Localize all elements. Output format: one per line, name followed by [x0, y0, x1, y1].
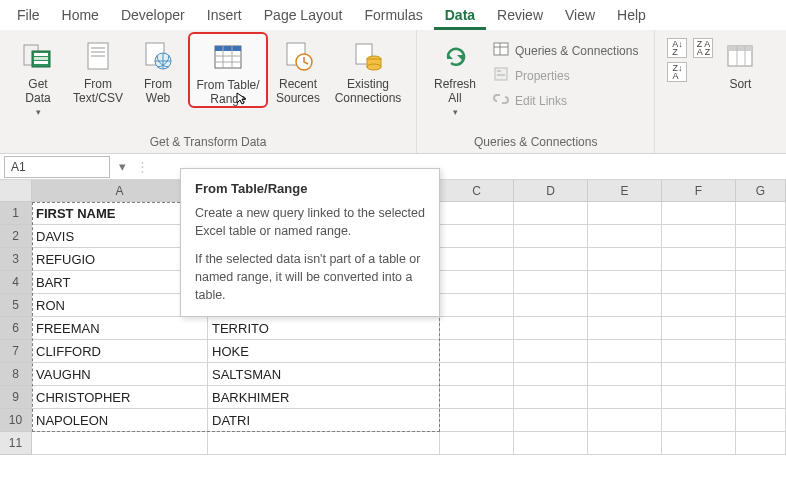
cell[interactable]: TERRITO	[208, 317, 440, 340]
cell[interactable]	[662, 432, 736, 455]
cell[interactable]	[514, 317, 588, 340]
cell[interactable]: FREEMAN	[32, 317, 208, 340]
row-header[interactable]: 11	[0, 432, 32, 455]
cell[interactable]	[662, 225, 736, 248]
cell[interactable]	[514, 294, 588, 317]
cell[interactable]	[662, 363, 736, 386]
cell[interactable]	[440, 363, 514, 386]
tab-page-layout[interactable]: Page Layout	[253, 1, 354, 30]
row-header[interactable]: 6	[0, 317, 32, 340]
cell[interactable]	[736, 248, 786, 271]
col-header-f[interactable]: F	[662, 180, 736, 202]
cell[interactable]	[440, 202, 514, 225]
cell[interactable]	[514, 202, 588, 225]
cell[interactable]	[514, 363, 588, 386]
tab-file[interactable]: File	[6, 1, 51, 30]
cell[interactable]	[588, 202, 662, 225]
queries-connections-button[interactable]: Queries & Connections	[489, 38, 642, 63]
cell[interactable]	[736, 271, 786, 294]
from-text-csv-button[interactable]: From Text/CSV	[68, 32, 128, 106]
cell[interactable]: DATRI	[208, 409, 440, 432]
row-header[interactable]: 4	[0, 271, 32, 294]
row-header[interactable]: 3	[0, 248, 32, 271]
cell[interactable]	[440, 317, 514, 340]
tab-review[interactable]: Review	[486, 1, 554, 30]
cell[interactable]: NAPOLEON	[32, 409, 208, 432]
refresh-all-button[interactable]: Refresh All ▾	[425, 32, 485, 120]
cell[interactable]: CLIFFORD	[32, 340, 208, 363]
sort-desc-button[interactable]: Z↓A	[667, 62, 687, 82]
row-header[interactable]: 8	[0, 363, 32, 386]
cell[interactable]	[440, 432, 514, 455]
cell[interactable]	[440, 340, 514, 363]
cell[interactable]	[588, 225, 662, 248]
cell[interactable]	[736, 340, 786, 363]
cell[interactable]	[588, 340, 662, 363]
row-header[interactable]: 2	[0, 225, 32, 248]
tab-view[interactable]: View	[554, 1, 606, 30]
sort-za-button[interactable]: Z AA Z	[693, 38, 713, 58]
cell[interactable]	[736, 386, 786, 409]
cell[interactable]: CHRISTOPHER	[32, 386, 208, 409]
row-header[interactable]: 9	[0, 386, 32, 409]
cell[interactable]	[514, 386, 588, 409]
cell[interactable]	[208, 432, 440, 455]
name-box[interactable]: A1	[4, 156, 110, 178]
name-box-dropdown[interactable]: ▾	[114, 159, 130, 174]
cell[interactable]	[32, 432, 208, 455]
cell[interactable]	[514, 248, 588, 271]
sort-button[interactable]: Sort	[717, 32, 763, 92]
cell[interactable]	[514, 271, 588, 294]
cell[interactable]	[440, 271, 514, 294]
cell[interactable]	[662, 271, 736, 294]
cell[interactable]	[588, 271, 662, 294]
cell[interactable]	[588, 409, 662, 432]
cell[interactable]	[514, 409, 588, 432]
tab-developer[interactable]: Developer	[110, 1, 196, 30]
col-header-d[interactable]: D	[514, 180, 588, 202]
cell[interactable]	[440, 248, 514, 271]
cell[interactable]	[736, 294, 786, 317]
get-data-button[interactable]: Get Data ▾	[8, 32, 68, 120]
properties-button[interactable]: Properties	[489, 63, 642, 88]
cell[interactable]	[514, 225, 588, 248]
cell[interactable]	[588, 248, 662, 271]
recent-sources-button[interactable]: Recent Sources	[268, 32, 328, 106]
cell[interactable]	[736, 432, 786, 455]
row-header[interactable]: 1	[0, 202, 32, 225]
tab-data[interactable]: Data	[434, 1, 486, 30]
cell[interactable]	[588, 432, 662, 455]
cell[interactable]	[440, 409, 514, 432]
cell[interactable]	[662, 294, 736, 317]
cell[interactable]	[440, 294, 514, 317]
cell[interactable]	[662, 409, 736, 432]
from-web-button[interactable]: From Web	[128, 32, 188, 106]
tab-home[interactable]: Home	[51, 1, 110, 30]
cell[interactable]: BARKHIMER	[208, 386, 440, 409]
cell[interactable]	[662, 248, 736, 271]
cell[interactable]	[662, 386, 736, 409]
cell[interactable]	[736, 363, 786, 386]
cell[interactable]	[736, 202, 786, 225]
tab-formulas[interactable]: Formulas	[353, 1, 433, 30]
tab-help[interactable]: Help	[606, 1, 657, 30]
col-header-g[interactable]: G	[736, 180, 786, 202]
cell[interactable]	[440, 225, 514, 248]
cell[interactable]	[662, 340, 736, 363]
select-all-corner[interactable]	[0, 180, 32, 202]
from-table-range-button[interactable]: From Table/ Range	[188, 32, 268, 108]
cell[interactable]	[588, 317, 662, 340]
cell[interactable]	[514, 340, 588, 363]
sort-asc-button[interactable]: A↓Z	[667, 38, 687, 58]
cell[interactable]	[662, 317, 736, 340]
tab-insert[interactable]: Insert	[196, 1, 253, 30]
col-header-e[interactable]: E	[588, 180, 662, 202]
cell[interactable]	[588, 363, 662, 386]
col-header-c[interactable]: C	[440, 180, 514, 202]
cell[interactable]: SALTSMAN	[208, 363, 440, 386]
existing-connections-button[interactable]: Existing Connections	[328, 32, 408, 106]
row-header[interactable]: 7	[0, 340, 32, 363]
row-header[interactable]: 10	[0, 409, 32, 432]
row-header[interactable]: 5	[0, 294, 32, 317]
cell[interactable]: HOKE	[208, 340, 440, 363]
